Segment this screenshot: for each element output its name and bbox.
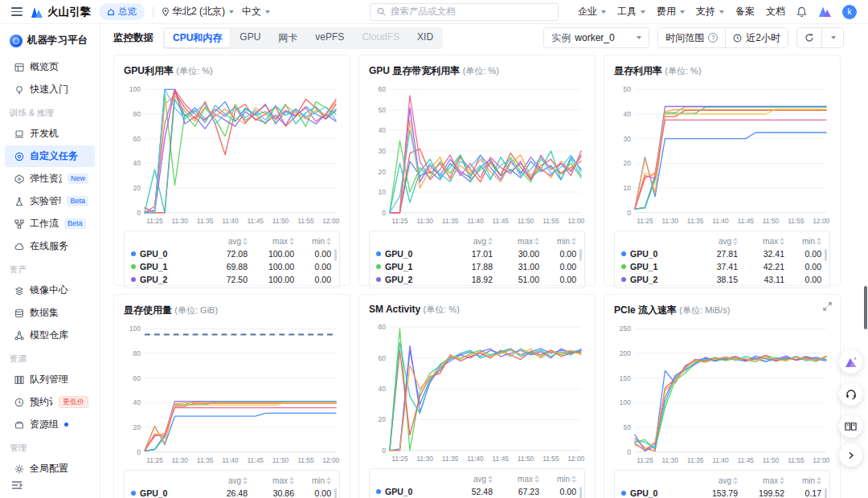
sidebar-item-onlineservice[interactable]: 在线服务 [5, 235, 95, 257]
legend-row[interactable]: GPU_272.50100.000.00 [131, 273, 331, 286]
legend-sort-max[interactable]: max [248, 474, 294, 487]
page-scrollbar[interactable] [864, 286, 867, 329]
language-selector[interactable]: 中文 [242, 5, 270, 18]
legend-row[interactable]: GPU_017.0130.000.00 [376, 247, 576, 260]
legend-sort-max[interactable]: max [738, 235, 784, 247]
legend-scrollbar[interactable] [334, 488, 337, 498]
docs-button[interactable] [839, 414, 862, 438]
svg-text:11:35: 11:35 [197, 217, 214, 225]
chevron-down-icon [641, 10, 645, 14]
legend-sort-avg[interactable]: avg [448, 235, 493, 247]
legend-sort-min[interactable]: min [294, 235, 331, 247]
legend-sort-avg[interactable]: avg [693, 235, 738, 247]
chart-plot: 02040608010011:2511:3011:3511:4011:4511:… [124, 83, 340, 226]
bell-icon[interactable] [796, 6, 807, 18]
legend-sort-min[interactable]: min [294, 474, 331, 487]
legend-scrollbar[interactable] [825, 488, 827, 498]
series-color-dot [131, 277, 136, 282]
refresh-interval-dropdown[interactable] [821, 28, 843, 47]
legend-row[interactable]: GPU_137.4142.210.00 [621, 260, 821, 273]
legend-row[interactable]: GPU_238.1543.110.00 [621, 273, 821, 286]
legend-scrollbar[interactable] [334, 249, 337, 261]
hamburger-menu-icon[interactable] [11, 7, 23, 16]
tab-CPU和内存[interactable]: CPU和内存 [165, 29, 230, 47]
series-name: GPU_2 [621, 273, 693, 286]
legend-sort-avg[interactable]: avg [448, 472, 493, 485]
navbar-menu-备案[interactable]: 备案 [735, 5, 755, 18]
sidebar-item-imagecenter[interactable]: 镜像中心 [5, 280, 95, 301]
search-input[interactable]: 搜索产品或文档 [370, 3, 559, 21]
legend-sort-min[interactable]: min [784, 474, 821, 487]
tab-XID[interactable]: XID [409, 29, 441, 47]
sidebar-item-workflow[interactable]: 工作流Beta [5, 213, 95, 235]
expand-icon[interactable] [823, 302, 832, 311]
instance-select[interactable]: 实例 worker_0 [543, 27, 649, 48]
legend-row[interactable]: GPU_072.08100.000.00 [131, 247, 331, 260]
legend-sort-max[interactable]: max [493, 472, 539, 485]
legend-row[interactable]: GPU_117.8831.000.00 [376, 260, 576, 273]
legend-row[interactable]: GPU_027.8132.410.00 [621, 247, 821, 260]
ai-assistant-button[interactable] [839, 350, 862, 374]
legend-row[interactable]: GPU_0153.79199.520.17 [621, 487, 821, 498]
legend-scrollbar[interactable] [825, 249, 827, 261]
navbar-menu-费用[interactable]: 费用 [657, 5, 685, 18]
chart-legend: avg max min GPU_017.0130.000.00GPU_117.8… [369, 231, 585, 288]
sidebar-item-elastic[interactable]: 弹性资源任务New [5, 168, 95, 190]
legend-row[interactable]: GPU_052.4867.230.00 [376, 485, 576, 498]
navbar-menu-文档[interactable]: 文档 [766, 5, 785, 18]
legend-scrollbar[interactable] [579, 249, 582, 261]
legend-sort-avg[interactable]: avg [203, 474, 248, 487]
tab-vePFS[interactable]: vePFS [307, 29, 352, 47]
legend-sort-min[interactable]: min [539, 235, 576, 247]
region-selector[interactable]: 华北2 (北京) [162, 5, 234, 18]
legend-sort-avg[interactable]: avg [693, 474, 738, 487]
legend-sort-min[interactable]: min [784, 235, 821, 247]
console-mountain-icon[interactable] [818, 6, 831, 17]
sidebar-item-overview[interactable]: 概览页 [5, 56, 95, 78]
stat-min: 0.00 [294, 273, 331, 286]
time-range-value-button[interactable]: 近2小时 [725, 28, 788, 47]
instance-select-cell[interactable]: 实例 worker_0 [544, 28, 649, 47]
sidebar-item-customtask[interactable]: 自定义任务 [5, 145, 95, 167]
sidebar-item-devmachine[interactable]: 开发机 [5, 123, 95, 145]
legend-sort-min[interactable]: min [539, 472, 576, 485]
sidebar-item-label: 全局配置 [30, 462, 68, 476]
sidebar-item-model[interactable]: 模型仓库 [5, 325, 95, 346]
sidebar-item-queue[interactable]: 队列管理 [5, 369, 95, 390]
sidebar-collapse-icon[interactable] [11, 480, 23, 490]
page-title: 监控数据 [113, 31, 154, 45]
legend-row[interactable]: GPU_026.4830.860.00 [131, 487, 331, 498]
panel-expand-button[interactable] [839, 443, 862, 467]
navbar-menu-企业[interactable]: 企业 [578, 5, 606, 18]
user-avatar[interactable]: k [842, 5, 857, 19]
sidebar-item-resourcegroup[interactable]: 资源组 [5, 414, 95, 435]
overview-pill[interactable]: 总览 [99, 3, 145, 20]
sidebar-item-settings[interactable]: 全局配置 [5, 458, 95, 480]
support-button[interactable] [839, 382, 862, 406]
chart-plot: 010203040506011:2511:3011:3511:4011:4511… [369, 83, 585, 226]
legend-sort-max[interactable]: max [493, 235, 539, 247]
legend-sort-max[interactable]: max [738, 474, 784, 487]
time-range-button[interactable]: 时间范围 ? [658, 28, 725, 47]
tab-网卡[interactable]: 网卡 [270, 29, 305, 47]
sidebar-item-experiment[interactable]: 实验管理Beta [5, 190, 95, 212]
legend-sort-avg[interactable]: avg [203, 235, 248, 247]
legend-scrollbar[interactable] [579, 487, 582, 498]
divider [153, 6, 154, 18]
tab-GPU[interactable]: GPU [231, 29, 268, 47]
stat-max: 100.00 [248, 273, 294, 286]
svg-text:12:00: 12:00 [813, 217, 829, 225]
svg-text:60: 60 [133, 374, 141, 382]
navbar-menu-工具[interactable]: 工具 [617, 5, 645, 18]
refresh-button[interactable] [797, 28, 821, 47]
svg-text:11:55: 11:55 [788, 217, 805, 225]
chart-title: GPU利用率 (单位: %) [124, 64, 340, 78]
sidebar-item-reserve[interactable]: 预约计划更低价 [5, 391, 95, 413]
sidebar-item-quickstart[interactable]: 快速入门 [5, 79, 95, 100]
legend-row[interactable]: GPU_169.88100.000.00 [131, 260, 331, 273]
volcano-logo[interactable]: 火山引擎 [31, 5, 91, 19]
legend-sort-max[interactable]: max [248, 235, 294, 247]
legend-row[interactable]: GPU_218.9251.000.00 [376, 273, 576, 286]
navbar-menu-支持[interactable]: 支持 [696, 5, 724, 18]
sidebar-item-dataset[interactable]: 数据集 [5, 302, 95, 324]
